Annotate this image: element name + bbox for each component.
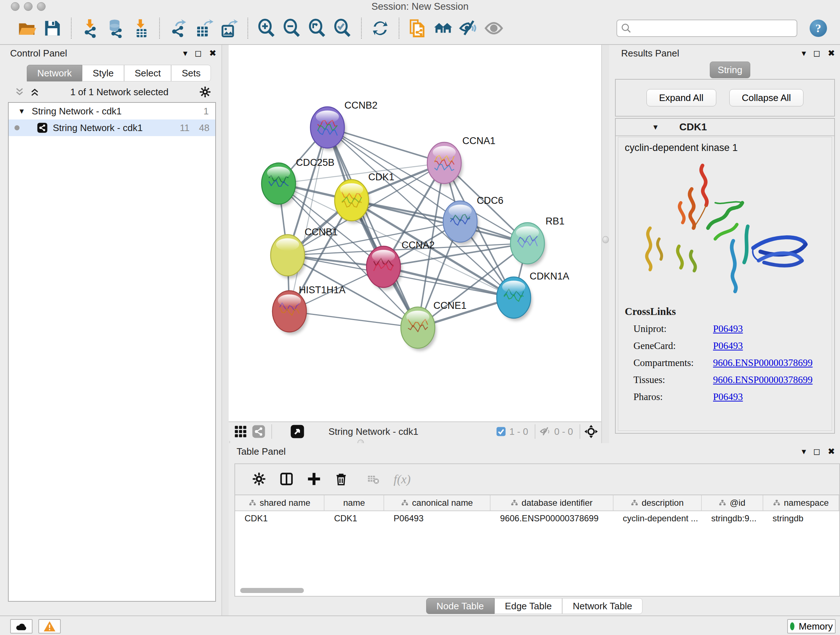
help-button[interactable]: ?	[810, 19, 827, 37]
tab-node-table[interactable]: Node Table	[426, 598, 494, 614]
table-row[interactable]: CDK1CDK1P064939606.ENSP00000378699cyclin…	[235, 511, 839, 526]
export-image-button[interactable]	[218, 17, 240, 40]
tab-select[interactable]: Select	[124, 65, 171, 81]
warning-icon	[44, 621, 55, 631]
open-file-button[interactable]	[17, 17, 38, 40]
memory-button[interactable]: Memory	[787, 619, 836, 633]
panel-menu-icon[interactable]: ▾	[802, 49, 806, 57]
table-settings-button[interactable]	[252, 472, 266, 487]
network-node-HIST1H1A[interactable]: HIST1H1A	[272, 285, 346, 334]
add-column-button[interactable]	[307, 472, 321, 487]
column-header-name[interactable]: name	[325, 495, 384, 510]
save-session-button[interactable]	[42, 17, 63, 40]
column-header-canonical-name[interactable]: canonical name	[384, 495, 491, 510]
network-edge[interactable]	[289, 311, 418, 328]
column-header-database-identifier[interactable]: database identifier	[491, 495, 613, 510]
tab-edge-table[interactable]: Edge Table	[494, 598, 562, 614]
cloud-button[interactable]	[10, 619, 33, 633]
zoom-fit-button[interactable]	[307, 17, 328, 40]
column-header-shared-name[interactable]: shared name	[235, 495, 325, 510]
crosslink-row: Compartments:9606.ENSP00000378699	[625, 357, 825, 369]
gear-icon[interactable]	[199, 86, 211, 98]
crosslink-link[interactable]: P06493	[713, 323, 743, 334]
panel-menu-icon[interactable]: ▾	[183, 49, 187, 57]
column-header-namespace[interactable]: namespace	[763, 495, 840, 510]
panel-close-icon[interactable]: ✖	[209, 49, 216, 57]
section-collapse-icon[interactable]: ▼	[652, 123, 659, 131]
hidden-eye-icon[interactable]	[539, 425, 551, 438]
import-table-button[interactable]	[130, 17, 151, 40]
search-input[interactable]	[616, 19, 797, 37]
expand-all-button[interactable]: Expand All	[646, 89, 716, 106]
crosslink-link[interactable]: P06493	[713, 340, 743, 352]
network-view-button[interactable]	[252, 424, 265, 439]
splitter-grip[interactable]	[602, 236, 609, 243]
network-node-RB1[interactable]: RB1	[510, 216, 565, 266]
tab-string[interactable]: String	[710, 62, 750, 78]
birdseye-button[interactable]	[290, 424, 305, 439]
delete-column-button[interactable]	[334, 472, 348, 487]
zoom-in-button[interactable]	[256, 17, 277, 40]
toolbar-separator	[361, 18, 362, 39]
panel-float-icon[interactable]: ◻	[813, 49, 821, 57]
show-columns-button[interactable]	[279, 472, 294, 487]
network-row-selected[interactable]: String Network - cdk1 11 48	[9, 119, 215, 136]
export-table-icon	[194, 19, 213, 38]
toolbar-separator	[71, 18, 72, 39]
refresh-view-button[interactable]	[370, 17, 391, 40]
home-networks-button[interactable]	[433, 17, 454, 40]
import-network-button[interactable]	[80, 17, 101, 40]
network-node-CCNE1[interactable]: CCNE1	[401, 300, 467, 351]
panel-menu-icon[interactable]: ▾	[802, 447, 806, 456]
toolbar-separator	[579, 424, 580, 439]
network-node-CDKN1A[interactable]: CDKN1A	[497, 271, 569, 321]
selected-counter: 1 - 0	[509, 426, 528, 437]
main-toolbar: ?	[0, 12, 840, 45]
column-header-description[interactable]: description	[614, 495, 702, 510]
duplicate-network-button[interactable]	[407, 17, 428, 40]
network-node-CDC6[interactable]: CDC6	[443, 195, 504, 245]
horizontal-scrollbar-thumb[interactable]	[240, 588, 304, 593]
tree-expand-icon[interactable]: ▼	[18, 107, 25, 116]
panel-float-icon[interactable]: ◻	[813, 447, 821, 456]
hide-selection-button[interactable]	[458, 17, 479, 40]
tab-network[interactable]: Network	[27, 65, 82, 81]
gene-section-header[interactable]: ▼ CDK1	[616, 119, 834, 136]
warnings-button[interactable]	[38, 619, 61, 633]
expand-all-icon[interactable]	[30, 87, 40, 97]
network-view-title: String Network - cdk1	[328, 426, 418, 437]
formula-builder-button[interactable]: f(x)	[393, 472, 411, 486]
crosslink-link[interactable]: P06493	[713, 391, 743, 402]
network-edge[interactable]	[327, 127, 418, 328]
grid-view-button[interactable]	[234, 424, 248, 439]
crosslink-link[interactable]: 9606.ENSP00000378699	[713, 374, 813, 386]
network-edge[interactable]	[384, 267, 514, 298]
network-edge[interactable]	[289, 127, 327, 311]
column-header-label: description	[642, 498, 684, 508]
panel-float-icon[interactable]: ◻	[195, 49, 202, 57]
import-database-button[interactable]	[105, 17, 126, 40]
splitter-right[interactable]	[601, 45, 610, 443]
network-collection-row[interactable]: ▼ String Network - cdk1 1	[9, 103, 215, 119]
network-node-CCNB1[interactable]: CCNB1	[271, 226, 338, 279]
tab-network-table[interactable]: Network Table	[562, 598, 643, 614]
collapse-all-button[interactable]: Collapse All	[729, 89, 804, 106]
panel-close-icon[interactable]: ✖	[828, 49, 835, 57]
delete-table-button[interactable]	[367, 472, 380, 486]
table-cell: 9606.ENSP00000378699	[491, 511, 613, 526]
tab-style[interactable]: Style	[82, 65, 124, 81]
selected-checkbox-icon[interactable]	[496, 426, 507, 437]
export-network-button[interactable]	[168, 17, 189, 40]
network-canvas[interactable]: CCNB2CCNA1CDC25BCDK1CDC6RB1CCNB1CCNA2CDK…	[229, 45, 601, 421]
panel-close-icon[interactable]: ✖	[828, 447, 835, 456]
crosslink-link[interactable]: 9606.ENSP00000378699	[713, 357, 813, 369]
column-header-@id[interactable]: @id	[702, 495, 763, 510]
network-name: String Network - cdk1	[53, 122, 143, 134]
collapse-all-icon[interactable]	[14, 87, 25, 97]
zoom-selected-button[interactable]	[332, 17, 353, 40]
zoom-out-button[interactable]	[281, 17, 302, 40]
pan-crosshair-icon[interactable]	[584, 424, 598, 439]
export-table-button[interactable]	[193, 17, 214, 40]
tab-sets[interactable]: Sets	[171, 65, 211, 81]
show-all-button[interactable]	[483, 17, 504, 40]
